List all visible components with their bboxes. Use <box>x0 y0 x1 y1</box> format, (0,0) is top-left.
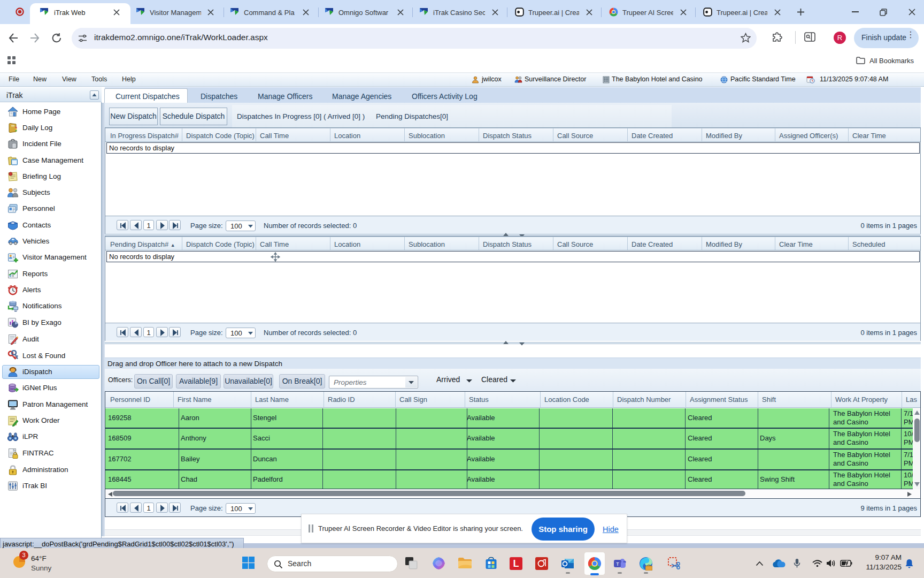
svg-text:T: T <box>616 561 619 567</box>
